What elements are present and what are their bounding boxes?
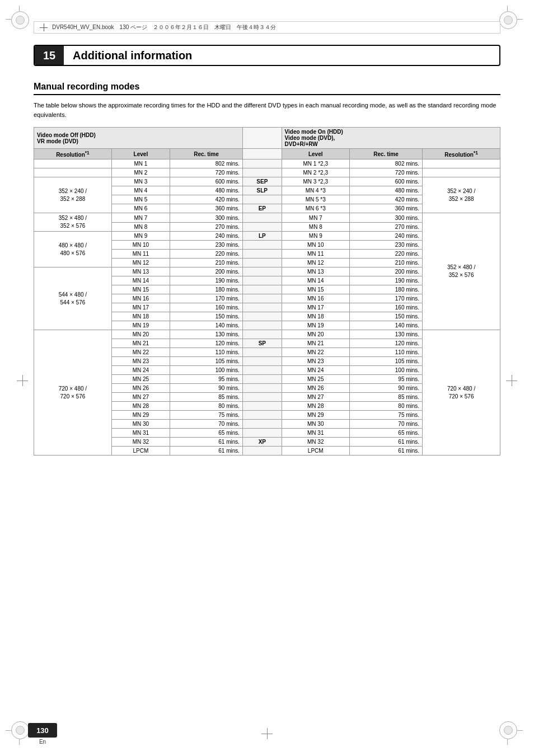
table-row: 720 × 480 /720 × 576MN 20130 mins.MN 201… bbox=[34, 330, 500, 339]
sep-cell: LP bbox=[243, 232, 282, 241]
time-left-cell: 802 mins. bbox=[170, 159, 242, 168]
sep-cell bbox=[243, 168, 282, 177]
sep-cell bbox=[243, 330, 282, 339]
level-left-cell: MN 26 bbox=[111, 384, 170, 393]
level-left-cell: MN 11 bbox=[111, 250, 170, 259]
time-right-cell: 140 mins. bbox=[349, 321, 422, 330]
time-left-cell: 240 mins. bbox=[170, 232, 242, 241]
time-right-cell: 130 mins. bbox=[349, 330, 422, 339]
sep-cell bbox=[243, 429, 282, 438]
time-right-cell: 95 mins. bbox=[349, 375, 422, 384]
sep-cell bbox=[243, 159, 282, 168]
col-sep bbox=[243, 149, 282, 159]
sep-cell bbox=[243, 402, 282, 411]
level-right-cell: MN 1 *2,3 bbox=[282, 159, 349, 168]
time-left-cell: 150 mins. bbox=[170, 312, 242, 321]
time-left-cell: 130 mins. bbox=[170, 330, 242, 339]
level-right-cell: MN 31 bbox=[282, 429, 349, 438]
table-header-left: Video mode Off (HDD)VR mode (DVD) bbox=[34, 128, 243, 149]
level-right-cell: MN 23 bbox=[282, 357, 349, 366]
sep-cell bbox=[243, 348, 282, 357]
side-crosshair-right bbox=[506, 375, 517, 386]
time-right-cell: 360 mins. bbox=[349, 204, 422, 213]
col-level-left: Level bbox=[111, 149, 170, 159]
main-content: 15 Additional information Manual recordi… bbox=[34, 45, 500, 706]
col-resolution-left: Resolution*1 bbox=[34, 149, 112, 159]
time-right-cell: 70 mins. bbox=[349, 420, 422, 429]
time-left-cell: 300 mins. bbox=[170, 213, 242, 223]
page-number: 130 bbox=[28, 723, 57, 738]
resolution-left-cell-empty bbox=[34, 159, 112, 168]
level-right-cell: MN 6 *3 bbox=[282, 204, 349, 213]
sep-cell: SLP bbox=[243, 186, 282, 195]
level-right-cell: MN 16 bbox=[282, 294, 349, 303]
resolution-right-cell: 352 × 240 /352 × 288 bbox=[423, 177, 500, 213]
level-left-cell: MN 18 bbox=[111, 312, 170, 321]
resolution-left-cell: 352 × 480 /352 × 576 bbox=[34, 213, 112, 232]
time-left-cell: 105 mins. bbox=[170, 357, 242, 366]
time-right-cell: 100 mins. bbox=[349, 366, 422, 375]
time-right-cell: 105 mins. bbox=[349, 357, 422, 366]
time-left-cell: 120 mins. bbox=[170, 339, 242, 348]
time-right-cell: 190 mins. bbox=[349, 276, 422, 285]
time-right-cell: 170 mins. bbox=[349, 294, 422, 303]
level-right-cell: MN 19 bbox=[282, 321, 349, 330]
level-left-cell: MN 29 bbox=[111, 411, 170, 420]
level-right-cell: MN 12 bbox=[282, 259, 349, 267]
time-right-cell: 600 mins. bbox=[349, 177, 422, 186]
time-left-cell: 420 mins. bbox=[170, 195, 242, 204]
col-rectime-left: Rec. time bbox=[170, 149, 242, 159]
level-left-cell: MN 19 bbox=[111, 321, 170, 330]
page-lang: En bbox=[28, 739, 57, 745]
time-right-cell: 61 mins. bbox=[349, 438, 422, 447]
level-left-cell: MN 12 bbox=[111, 259, 170, 267]
time-right-cell: 180 mins. bbox=[349, 285, 422, 294]
level-right-cell: MN 14 bbox=[282, 276, 349, 285]
sep-cell bbox=[243, 267, 282, 276]
table-row: MN 1802 mins.MN 1 *2,3802 mins. bbox=[34, 159, 500, 168]
table-header-sep bbox=[243, 128, 282, 149]
time-right-cell: 220 mins. bbox=[349, 250, 422, 259]
level-right-cell: MN 13 bbox=[282, 267, 349, 276]
level-left-cell: MN 10 bbox=[111, 241, 170, 250]
time-left-cell: 210 mins. bbox=[170, 259, 242, 267]
time-left-cell: 160 mins. bbox=[170, 303, 242, 312]
sep-cell bbox=[243, 303, 282, 312]
sep-cell bbox=[243, 357, 282, 366]
sep-cell bbox=[243, 241, 282, 250]
sep-cell bbox=[243, 393, 282, 402]
time-right-cell: 300 mins. bbox=[349, 213, 422, 223]
level-right-cell: MN 10 bbox=[282, 241, 349, 250]
time-left-cell: 95 mins. bbox=[170, 375, 242, 384]
level-right-cell: MN 18 bbox=[282, 312, 349, 321]
level-right-cell: MN 22 bbox=[282, 348, 349, 357]
level-right-cell: MN 26 bbox=[282, 384, 349, 393]
level-right-cell: MN 5 *3 bbox=[282, 195, 349, 204]
time-left-cell: 75 mins. bbox=[170, 411, 242, 420]
table-header-right: Video mode On (HDD)Video mode (DVD),DVD+… bbox=[282, 128, 500, 149]
chapter-title: Additional information bbox=[64, 49, 192, 62]
table-row: 352 × 480 /352 × 576MN 7300 mins.MN 7300… bbox=[34, 213, 500, 223]
page-number-area: 130 En bbox=[28, 723, 57, 745]
sep-cell bbox=[243, 312, 282, 321]
time-right-cell: 200 mins. bbox=[349, 267, 422, 276]
time-left-cell: 180 mins. bbox=[170, 285, 242, 294]
time-right-cell: 80 mins. bbox=[349, 402, 422, 411]
description-text: The table below shows the approximate re… bbox=[34, 101, 500, 119]
sep-cell bbox=[243, 366, 282, 375]
level-left-cell: MN 6 bbox=[111, 204, 170, 213]
level-left-cell: MN 17 bbox=[111, 303, 170, 312]
resolution-right-cell-empty bbox=[423, 168, 500, 177]
resolution-left-cell-empty bbox=[34, 168, 112, 177]
level-left-cell: LPCM bbox=[111, 447, 170, 456]
time-left-cell: 170 mins. bbox=[170, 294, 242, 303]
level-right-cell: MN 8 bbox=[282, 222, 349, 232]
level-left-cell: MN 27 bbox=[111, 393, 170, 402]
level-left-cell: MN 13 bbox=[111, 267, 170, 276]
bottom-center-crosshair bbox=[261, 728, 273, 739]
sep-cell: EP bbox=[243, 204, 282, 213]
time-right-cell: 210 mins. bbox=[349, 259, 422, 267]
recording-table: Video mode Off (HDD)VR mode (DVD) Video … bbox=[34, 127, 500, 456]
table-row: 352 × 240 /352 × 288MN 3600 mins.SEPMN 3… bbox=[34, 177, 500, 186]
col-resolution-right: Resolution*1 bbox=[423, 149, 500, 159]
